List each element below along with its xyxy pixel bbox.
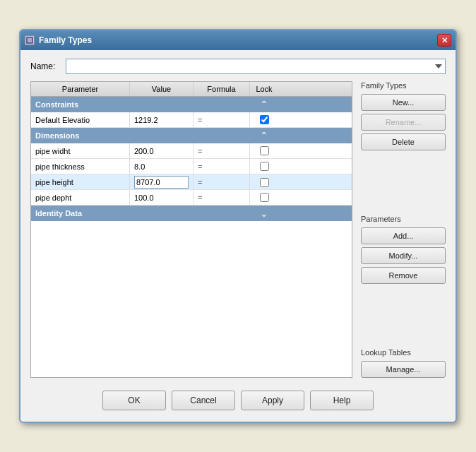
table-row: pipe widht 200.0 = (31, 143, 352, 159)
right-panel: Family Types New... Rename... Delete Par… (361, 81, 446, 378)
dialog-body: Name: Parameter Value Formula Lock Const… (20, 50, 456, 422)
parameters-group: Parameters Add... Modify... Remove (361, 215, 446, 284)
cancel-button[interactable]: Cancel (172, 391, 235, 410)
dialog-title: Family Types (39, 35, 92, 45)
section-identity-chevron: ⌄ (250, 208, 278, 219)
identity-area (31, 221, 352, 348)
lookup-tables-group: Lookup Tables Manage... (361, 348, 446, 378)
formula-pipe-thickness[interactable]: = (194, 159, 250, 174)
lock-pipe-width[interactable] (250, 143, 278, 158)
col-header-parameter: Parameter (31, 82, 130, 96)
lock-checkbox-elevation[interactable] (260, 115, 269, 124)
apply-button[interactable]: Apply (241, 391, 304, 410)
lock-default-elevation[interactable] (250, 112, 278, 127)
table-header: Parameter Value Formula Lock (31, 82, 352, 97)
section-dimensions[interactable]: Dimensions ⌃ (31, 128, 352, 143)
col-header-value: Value (130, 82, 194, 96)
help-button[interactable]: Help (310, 391, 374, 410)
table-row: Default Elevatio 1219.2 = (31, 112, 352, 128)
manage-button[interactable]: Manage... (361, 361, 446, 378)
lock-checkbox-height[interactable] (260, 178, 269, 187)
family-types-dialog: Family Types ✕ Name: Parameter Value For… (19, 29, 457, 423)
svg-rect-1 (28, 38, 32, 42)
dialog-icon (25, 35, 35, 45)
rename-button[interactable]: Rename... (361, 114, 446, 131)
value-pipe-thickness[interactable]: 8.0 (130, 159, 194, 174)
section-dimensions-chevron: ⌃ (250, 130, 278, 141)
value-pipe-width[interactable]: 200.0 (130, 143, 194, 158)
family-types-group-label: Family Types (361, 81, 446, 90)
pipe-height-input[interactable] (134, 176, 189, 189)
section-constraints-label: Constraints (31, 98, 130, 111)
ok-button[interactable]: OK (102, 391, 166, 410)
param-pipe-width: pipe widht (31, 143, 130, 158)
parameters-group-label: Parameters (361, 215, 446, 223)
value-pipe-depth[interactable]: 100.0 (130, 190, 194, 205)
section-constraints-chevron: ⌃ (250, 99, 278, 110)
lock-checkbox-width[interactable] (260, 146, 269, 155)
section-constraints[interactable]: Constraints ⌃ (31, 97, 352, 112)
main-content: Parameter Value Formula Lock Constraints… (30, 81, 446, 378)
family-types-group: Family Types New... Rename... Delete (361, 81, 446, 150)
formula-pipe-height[interactable]: = (194, 174, 250, 190)
lock-pipe-depth[interactable] (250, 190, 278, 205)
param-pipe-height: pipe height (31, 174, 130, 190)
close-button[interactable]: ✕ (437, 34, 451, 47)
add-button[interactable]: Add... (361, 227, 446, 244)
name-row: Name: (30, 59, 446, 74)
modify-button[interactable]: Modify... (361, 247, 446, 264)
param-default-elevation: Default Elevatio (31, 112, 130, 127)
formula-pipe-depth[interactable]: = (194, 190, 250, 205)
delete-button[interactable]: Delete (361, 133, 446, 150)
table-row: pipe thickness 8.0 = (31, 159, 352, 174)
name-label: Name: (30, 61, 59, 71)
section-identity-label: Identity Data (31, 207, 130, 220)
name-dropdown[interactable] (66, 59, 446, 74)
formula-default-elevation[interactable]: = (194, 112, 250, 127)
col-header-formula: Formula (194, 82, 250, 96)
table-row: pipe height = (31, 174, 352, 190)
param-pipe-thickness: pipe thickness (31, 159, 130, 174)
title-bar: Family Types ✕ (20, 30, 456, 50)
lock-pipe-height[interactable] (250, 174, 278, 190)
lookup-tables-label: Lookup Tables (361, 348, 446, 357)
param-pipe-depth: pipe depht (31, 190, 130, 205)
footer-buttons: OK Cancel Apply Help (30, 385, 446, 413)
remove-button[interactable]: Remove (361, 267, 446, 284)
title-bar-left: Family Types (25, 35, 92, 45)
new-button[interactable]: New... (361, 94, 446, 111)
value-default-elevation[interactable]: 1219.2 (130, 112, 194, 127)
lock-checkbox-depth[interactable] (260, 193, 269, 202)
lock-pipe-thickness[interactable] (250, 159, 278, 174)
formula-pipe-width[interactable]: = (194, 143, 250, 158)
section-identity[interactable]: Identity Data ⌄ (31, 206, 352, 221)
lock-checkbox-thickness[interactable] (260, 162, 269, 171)
table-row: pipe depht 100.0 = (31, 190, 352, 206)
col-header-lock: Lock (250, 82, 278, 96)
parameters-table: Parameter Value Formula Lock Constraints… (30, 81, 352, 378)
value-pipe-height[interactable] (130, 174, 194, 190)
section-dimensions-label: Dimensions (31, 129, 130, 142)
